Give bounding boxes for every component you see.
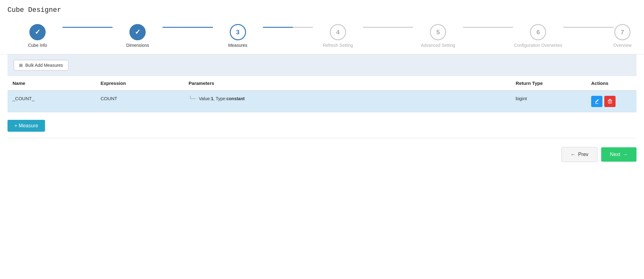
edit-measure-button[interactable] — [591, 96, 602, 107]
main-content: ⊞ Bulk Add Measures Name Expression Para… — [0, 54, 644, 138]
step-7-overview[interactable]: 7 Overview — [613, 24, 631, 48]
step-2-circle: ✓ — [129, 24, 146, 40]
cell-parameters: └─ Value:1, Type:constant — [184, 91, 511, 112]
connector-3-4 — [263, 27, 313, 28]
prev-label: Prev — [578, 152, 588, 157]
param-item-1: └─ Value:1, Type:constant — [189, 96, 506, 101]
delete-measure-button[interactable] — [604, 96, 616, 107]
step-6-label: Configuration Overwrites — [514, 43, 562, 48]
step-1-label: Cube Info — [28, 43, 47, 48]
step-1-circle: ✓ — [29, 24, 46, 40]
bulk-add-measures-button[interactable]: ⊞ Bulk Add Measures — [14, 60, 68, 71]
param-tree: └─ Value:1, Type:constant — [189, 96, 506, 101]
step-3-label: Measures — [228, 43, 247, 48]
connector-1-2 — [63, 27, 113, 28]
cell-actions — [586, 91, 636, 112]
step-5-label: Advanced Setting — [421, 43, 455, 48]
step-1-cube-info[interactable]: ✓ Cube Info — [13, 24, 63, 48]
step-2-dimensions[interactable]: ✓ Dimensions — [113, 24, 163, 48]
table-header-row: Name Expression Parameters Return Type A… — [8, 76, 636, 91]
col-header-name: Name — [8, 76, 96, 91]
step-4-refresh-setting[interactable]: 4 Refresh Setting — [313, 24, 363, 48]
next-label: Next — [610, 152, 620, 157]
next-arrow-icon: → — [623, 152, 628, 157]
table-row: _COUNT_ COUNT └─ Value:1, Type:constant … — [8, 91, 636, 112]
step-4-circle: 4 — [330, 24, 346, 40]
step-6-circle: 6 — [530, 24, 546, 40]
cell-name: _COUNT_ — [8, 91, 96, 112]
add-measure-button[interactable]: + Measure — [8, 120, 45, 132]
step-3-measures[interactable]: 3 Measures — [213, 24, 263, 48]
prev-button[interactable]: ← Prev — [561, 147, 597, 162]
measures-table: Name Expression Parameters Return Type A… — [8, 76, 636, 112]
toolbar-section: ⊞ Bulk Add Measures — [8, 54, 636, 76]
col-header-return-type: Return Type — [511, 76, 586, 91]
trash-icon — [608, 99, 612, 104]
col-header-expression: Expression — [96, 76, 184, 91]
step-7-label: Overview — [613, 43, 631, 48]
connector-6-7 — [563, 27, 613, 28]
cell-expression: COUNT — [96, 91, 184, 112]
edit-icon — [594, 99, 599, 104]
stepper: ✓ Cube Info ✓ Dimensions 3 Measures 4 Re… — [0, 19, 644, 54]
param-value: Value:1, Type:constant — [199, 96, 245, 101]
step-4-label: Refresh Setting — [323, 43, 353, 48]
col-header-actions: Actions — [586, 76, 636, 91]
step-3-circle: 3 — [230, 24, 246, 40]
step-5-circle: 5 — [430, 24, 446, 40]
bulk-add-icon: ⊞ — [19, 63, 23, 68]
step-7-circle: 7 — [614, 24, 631, 40]
col-header-parameters: Parameters — [184, 76, 511, 91]
footer-nav: ← Prev Next → — [0, 138, 644, 171]
next-button[interactable]: Next → — [601, 147, 636, 162]
step-2-label: Dimensions — [126, 43, 149, 48]
action-buttons — [591, 96, 631, 107]
connector-5-6 — [463, 27, 513, 28]
step-6-config-overwrites[interactable]: 6 Configuration Overwrites — [513, 24, 563, 48]
prev-arrow-icon: ← — [571, 152, 576, 157]
step-5-advanced-setting[interactable]: 5 Advanced Setting — [413, 24, 463, 48]
page-title: Cube Designer — [0, 0, 644, 19]
connector-4-5 — [363, 27, 413, 28]
cell-return-type: bigint — [511, 91, 586, 112]
tree-branch-icon: └─ — [189, 96, 196, 101]
add-measure-section: + Measure — [8, 112, 636, 138]
connector-2-3 — [163, 27, 213, 28]
bulk-add-label: Bulk Add Measures — [25, 63, 63, 68]
